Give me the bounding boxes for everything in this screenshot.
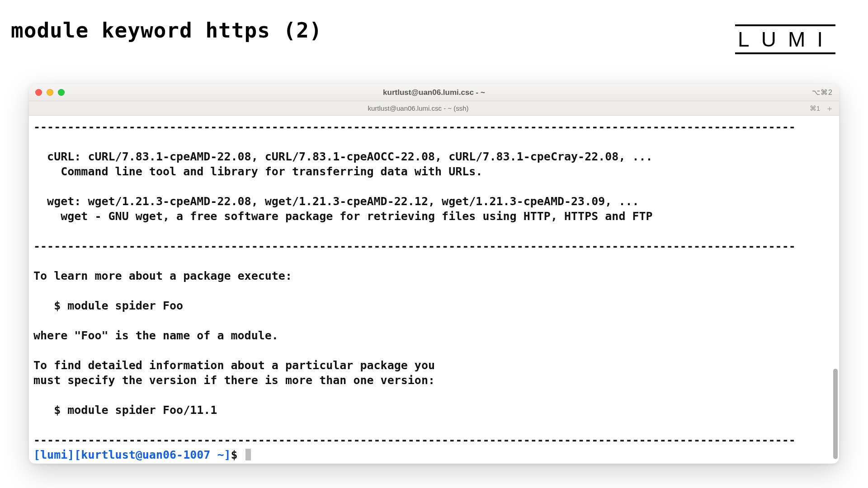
terminal-output: ----------------------------------------… bbox=[29, 116, 839, 464]
cursor-icon bbox=[245, 449, 251, 460]
curl-desc-line: Command line tool and library for transf… bbox=[33, 165, 482, 178]
logo-bar-bottom bbox=[735, 52, 835, 54]
learn-more-line: To learn more about a package execute: bbox=[33, 269, 292, 282]
sep-line-2: ----------------------------------------… bbox=[33, 239, 796, 253]
spider-example-1: $ module spider Foo bbox=[33, 299, 183, 312]
tab-shortcut-label: ⌘1 bbox=[810, 104, 820, 113]
spider-example-2: $ module spider Foo/11.1 bbox=[33, 404, 217, 417]
slide: module keyword https (2) LUMI kurtlust@u… bbox=[0, 0, 868, 488]
wget-desc-line: wget - GNU wget, a free software package… bbox=[33, 210, 653, 223]
detail-line-1: To find detailed information about a par… bbox=[33, 359, 435, 372]
window-title: kurtlust@uan06.lumi.csc - ~ bbox=[29, 88, 839, 97]
add-tab-button[interactable]: ＋ bbox=[825, 103, 835, 113]
window-shortcut-label: ⌥⌘2 bbox=[812, 88, 833, 97]
prompt-tail: $ bbox=[231, 448, 245, 461]
prompt-host: [lumi][kurtlust@uan06-1007 ~] bbox=[33, 448, 231, 461]
terminal-window: kurtlust@uan06.lumi.csc - ~ ⌥⌘2 kurtlust… bbox=[29, 84, 839, 464]
sep-line: ----------------------------------------… bbox=[33, 120, 796, 133]
tab-bar: kurtlust@uan06.lumi.csc - ~ (ssh) ⌘1 ＋ bbox=[29, 101, 839, 116]
scrollbar-thumb[interactable] bbox=[833, 369, 838, 459]
page-title: module keyword https (2) bbox=[11, 18, 859, 42]
terminal-body[interactable]: ----------------------------------------… bbox=[29, 116, 839, 464]
wget-modules-line: wget: wget/1.21.3-cpeAMD-22.08, wget/1.2… bbox=[33, 195, 639, 208]
window-titlebar[interactable]: kurtlust@uan06.lumi.csc - ~ ⌥⌘2 bbox=[29, 84, 839, 101]
where-foo-line: where "Foo" is the name of a module. bbox=[33, 329, 278, 342]
sep-line-3: ----------------------------------------… bbox=[33, 433, 796, 446]
lumi-logo: LUMI bbox=[735, 23, 835, 55]
tabbar-right: ⌘1 ＋ bbox=[807, 103, 839, 113]
logo-bar-top bbox=[735, 24, 835, 26]
detail-line-2: must specify the version if there is mor… bbox=[33, 374, 435, 387]
logo-text: LUMI bbox=[735, 27, 835, 52]
curl-modules-line: cURL: cURL/7.83.1-cpeAMD-22.08, cURL/7.8… bbox=[33, 150, 653, 163]
tab-ssh[interactable]: kurtlust@uan06.lumi.csc - ~ (ssh) bbox=[29, 101, 807, 116]
